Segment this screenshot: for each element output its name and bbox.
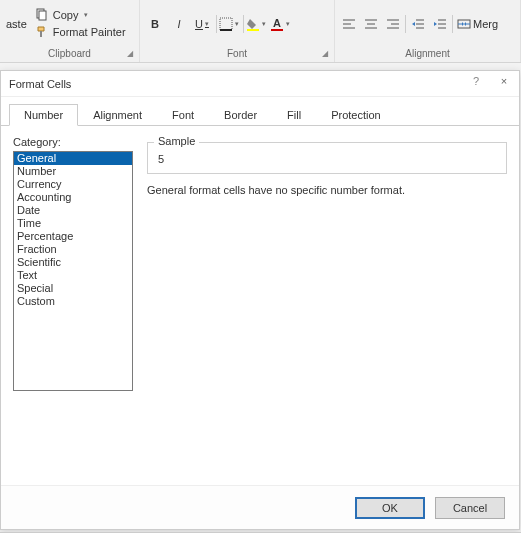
sample-value: 5: [158, 151, 496, 167]
alignment-group-label: Alignment: [339, 47, 516, 60]
increase-indent-button[interactable]: [430, 14, 450, 34]
svg-rect-4: [247, 29, 259, 31]
sample-label: Sample: [154, 135, 199, 147]
align-center-button[interactable]: [361, 14, 381, 34]
close-button[interactable]: ×: [495, 75, 513, 93]
ribbon: aste Copy ▾ Format Painter Clipboard ◢ B…: [0, 0, 521, 63]
tab-protection[interactable]: Protection: [316, 104, 396, 126]
merge-label: Merg: [473, 18, 498, 30]
category-item-time[interactable]: Time: [14, 217, 132, 230]
worksheet-area[interactable]: [0, 532, 521, 538]
font-launcher-icon[interactable]: ◢: [319, 47, 331, 59]
svg-rect-6: [271, 29, 283, 31]
font-color-button[interactable]: A▾: [270, 13, 292, 35]
chevron-down-icon: ▾: [284, 20, 292, 28]
category-item-general[interactable]: General: [14, 152, 132, 165]
help-button[interactable]: ?: [467, 75, 485, 93]
format-description: General format cells have no specific nu…: [147, 184, 507, 196]
category-label: Category:: [13, 136, 133, 148]
category-item-text[interactable]: Text: [14, 269, 132, 282]
format-cells-dialog: Format Cells ? × NumberAlignmentFontBord…: [0, 70, 520, 530]
sample-box: Sample 5: [147, 142, 507, 174]
category-item-date[interactable]: Date: [14, 204, 132, 217]
ribbon-group-clipboard: aste Copy ▾ Format Painter Clipboard ◢: [0, 0, 140, 62]
copy-icon: [35, 8, 49, 22]
chevron-down-icon: ▾: [233, 20, 241, 28]
category-item-currency[interactable]: Currency: [14, 178, 132, 191]
chevron-down-icon: ▾: [203, 20, 211, 28]
tab-font[interactable]: Font: [157, 104, 209, 126]
border-button[interactable]: ▾: [219, 13, 241, 35]
underline-label: U: [195, 18, 203, 30]
separator: [405, 15, 406, 33]
separator: [243, 15, 244, 33]
chevron-down-icon: ▾: [82, 11, 90, 19]
merge-icon: [457, 17, 471, 31]
category-item-percentage[interactable]: Percentage: [14, 230, 132, 243]
category-item-accounting[interactable]: Accounting: [14, 191, 132, 204]
category-item-scientific[interactable]: Scientific: [14, 256, 132, 269]
category-item-special[interactable]: Special: [14, 282, 132, 295]
fill-color-button[interactable]: ▾: [246, 13, 268, 35]
cancel-button[interactable]: Cancel: [435, 497, 505, 519]
copy-label: Copy: [53, 9, 79, 21]
font-group-label: Font: [144, 47, 330, 60]
format-painter-label: Format Painter: [53, 26, 126, 38]
separator: [452, 15, 453, 33]
italic-button[interactable]: I: [168, 13, 190, 35]
category-item-number[interactable]: Number: [14, 165, 132, 178]
category-item-fraction[interactable]: Fraction: [14, 243, 132, 256]
category-item-custom[interactable]: Custom: [14, 295, 132, 308]
decrease-indent-button[interactable]: [408, 14, 428, 34]
tab-alignment[interactable]: Alignment: [78, 104, 157, 126]
align-right-button[interactable]: [383, 14, 403, 34]
separator: [216, 15, 217, 33]
paste-button[interactable]: aste: [4, 18, 27, 30]
brush-icon: [35, 25, 49, 39]
copy-button[interactable]: Copy ▾: [31, 7, 130, 23]
ribbon-group-font: B I U▾ ▾ ▾ A▾ Font ◢: [140, 0, 335, 62]
underline-button[interactable]: U▾: [192, 13, 214, 35]
chevron-down-icon: ▾: [260, 20, 268, 28]
dialog-title: Format Cells: [9, 78, 71, 90]
clipboard-launcher-icon[interactable]: ◢: [124, 47, 136, 59]
tab-border[interactable]: Border: [209, 104, 272, 126]
svg-text:A: A: [273, 17, 281, 29]
align-left-button[interactable]: [339, 14, 359, 34]
clipboard-group-label: Clipboard: [4, 47, 135, 60]
tab-fill[interactable]: Fill: [272, 104, 316, 126]
svg-rect-2: [220, 18, 232, 30]
merge-button[interactable]: Merg: [455, 14, 500, 34]
svg-rect-1: [39, 11, 46, 20]
format-painter-button[interactable]: Format Painter: [31, 24, 130, 40]
tab-number[interactable]: Number: [9, 104, 78, 126]
category-listbox[interactable]: GeneralNumberCurrencyAccountingDateTimeP…: [13, 151, 133, 391]
ribbon-group-alignment: Merg Alignment: [335, 0, 521, 62]
bold-button[interactable]: B: [144, 13, 166, 35]
dialog-titlebar: Format Cells ? ×: [1, 71, 519, 97]
ok-button[interactable]: OK: [355, 497, 425, 519]
dialog-tabs: NumberAlignmentFontBorderFillProtection: [1, 97, 519, 126]
